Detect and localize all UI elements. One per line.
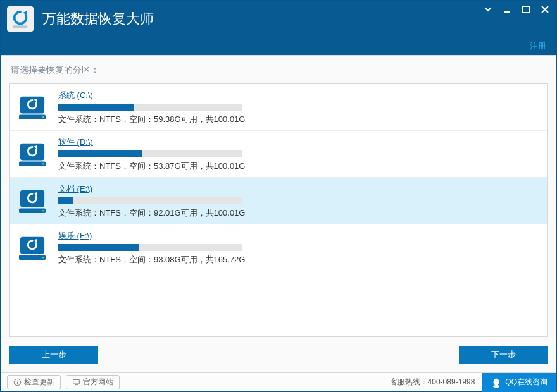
disk-icon	[16, 187, 48, 215]
prev-button[interactable]: 上一步	[9, 346, 98, 364]
info-icon	[13, 378, 22, 386]
partition-name: 软件 (D:\)	[58, 137, 93, 148]
next-button[interactable]: 下一步	[459, 346, 548, 364]
partition-name: 娱乐 (F:\)	[58, 230, 92, 242]
qq-support-label: QQ在线咨询	[505, 377, 548, 388]
usage-fill	[58, 104, 134, 111]
partition-info: 系统 (C:\) 文件系统：NTFS，空间：59.38G可用，共100.01G	[58, 89, 541, 125]
svg-point-14	[42, 256, 44, 258]
svg-rect-3	[20, 96, 44, 113]
close-icon[interactable]	[540, 4, 550, 15]
svg-rect-6	[20, 143, 44, 160]
disk-icon	[16, 94, 48, 121]
window-controls	[483, 4, 550, 15]
svg-point-8	[42, 162, 44, 164]
titlebar: 万能数据恢复大师	[1, 1, 556, 37]
register-bar: 注册	[1, 37, 556, 55]
partition-detail: 文件系统：NTFS，空间：93.08G可用，共165.72G	[58, 254, 541, 266]
partition-info: 文档 (E:\) 文件系统：NTFS，空间：92.01G可用，共100.01G	[58, 183, 541, 219]
partition-name: 系统 (C:\)	[58, 90, 93, 101]
check-update-label: 检查更新	[24, 377, 54, 388]
svg-point-5	[42, 116, 44, 118]
svg-point-11	[42, 209, 44, 211]
usage-bar	[58, 150, 242, 157]
qq-icon	[491, 377, 501, 388]
minimize-icon[interactable]	[502, 4, 512, 15]
maximize-icon[interactable]	[521, 4, 531, 15]
qq-support-button[interactable]: QQ在线咨询	[482, 373, 556, 392]
usage-fill	[58, 244, 139, 251]
partition-detail: 文件系统：NTFS，空间：53.87G可用，共100.01G	[58, 161, 541, 172]
official-website-button[interactable]: 官方网站	[66, 375, 120, 389]
prompt-text: 请选择要恢复的分区：	[1, 56, 556, 83]
app-title: 万能数据恢复大师	[42, 9, 154, 28]
svg-point-21	[493, 385, 499, 388]
content-area: 请选择要恢复的分区： 系统 (C:\) 文件系统：NTFS，空间：59.38G可…	[1, 55, 556, 372]
partition-row[interactable]: 系统 (C:\) 文件系统：NTFS，空间：59.38G可用，共100.01G	[10, 84, 547, 131]
dropdown-icon[interactable]	[483, 4, 493, 15]
svg-point-20	[494, 378, 499, 385]
partition-list: 系统 (C:\) 文件系统：NTFS，空间：59.38G可用，共100.01G …	[9, 83, 548, 337]
nav-buttons: 上一步 下一步	[1, 337, 556, 372]
partition-row[interactable]: 软件 (D:\) 文件系统：NTFS，空间：53.87G可用，共100.01G	[10, 131, 547, 178]
hotline: 客服热线：400-089-1998	[390, 377, 475, 388]
partition-row[interactable]: 文档 (E:\) 文件系统：NTFS，空间：92.01G可用，共100.01G	[10, 178, 547, 224]
usage-fill	[58, 150, 142, 157]
footer: 检查更新 官方网站 客服热线：400-089-1998 QQ在线咨询	[1, 372, 556, 391]
partition-detail: 文件系统：NTFS，空间：59.38G可用，共100.01G	[58, 114, 541, 125]
check-update-button[interactable]: 检查更新	[7, 375, 61, 389]
svg-rect-10	[19, 208, 46, 213]
usage-fill	[58, 197, 73, 204]
partition-info: 软件 (D:\) 文件系统：NTFS，空间：53.87G可用，共100.01G	[58, 136, 541, 172]
partition-info: 娱乐 (F:\) 文件系统：NTFS，空间：93.08G可用，共165.72G	[58, 230, 541, 266]
svg-rect-12	[20, 236, 44, 254]
register-link[interactable]: 注册	[530, 40, 546, 52]
partition-detail: 文件系统：NTFS，空间：92.01G可用，共100.01G	[58, 207, 541, 219]
app-window: 万能数据恢复大师 注册 请选择要恢复的分区： 系统 (C:\) 文件系统：NTF…	[0, 0, 557, 392]
usage-bar	[58, 244, 242, 251]
official-website-label: 官方网站	[83, 377, 113, 388]
svg-rect-2	[523, 6, 529, 13]
monitor-icon	[72, 378, 80, 386]
usage-bar	[58, 197, 242, 204]
partition-row[interactable]: 娱乐 (F:\) 文件系统：NTFS，空间：93.08G可用，共165.72G	[10, 224, 547, 271]
svg-rect-0	[13, 25, 28, 28]
disk-icon	[16, 234, 48, 262]
svg-rect-7	[19, 161, 46, 166]
disk-icon	[16, 140, 48, 168]
partition-name: 文档 (E:\)	[58, 183, 92, 195]
svg-rect-4	[19, 114, 46, 119]
usage-bar	[58, 104, 242, 111]
svg-rect-13	[19, 255, 46, 260]
app-logo	[7, 6, 34, 32]
svg-rect-18	[73, 379, 80, 384]
svg-rect-9	[20, 190, 44, 207]
